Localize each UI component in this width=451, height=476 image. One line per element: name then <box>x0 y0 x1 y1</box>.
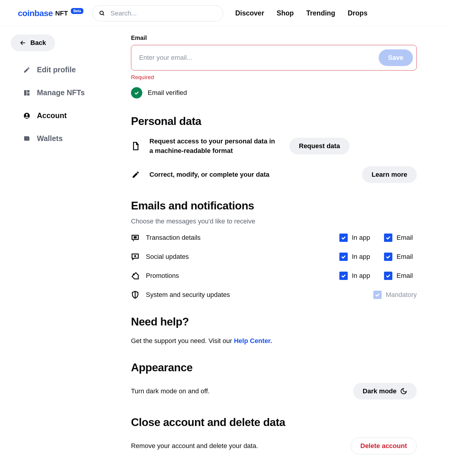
inapp-check-group: In app <box>339 234 384 242</box>
sidebar: Back Edit profile Manage NFTs Account Wa… <box>0 27 131 476</box>
back-label: Back <box>30 39 46 47</box>
inapp-label: In app <box>352 253 370 261</box>
email-error: Required <box>131 74 417 81</box>
svg-rect-11 <box>134 237 136 238</box>
notif-label: Social updates <box>146 253 339 261</box>
sidebar-item-wallets[interactable]: Wallets <box>23 134 131 143</box>
email-check-group: Email <box>384 234 417 242</box>
sidebar-item-account[interactable]: Account <box>23 111 131 120</box>
sidebar-item-label: Edit profile <box>37 65 76 74</box>
inapp-check-group: In app <box>339 272 384 280</box>
close-account-heading: Close account and delete data <box>131 416 417 429</box>
delete-account-button[interactable]: Delete account <box>351 438 417 454</box>
help-text-row: Get the support you need. Visit our Help… <box>131 337 417 345</box>
search-input-wrap[interactable] <box>92 5 223 21</box>
svg-rect-9 <box>24 136 29 137</box>
checkbox-inapp[interactable] <box>339 234 348 242</box>
pencil-icon <box>23 66 30 73</box>
edit-icon <box>131 170 141 179</box>
notif-label: Transaction details <box>146 234 339 242</box>
email-input-box: Save <box>131 45 417 71</box>
notif-label: Promotions <box>146 272 339 280</box>
notifications-heading: Emails and notifications <box>131 200 417 212</box>
email-verified-text: Email verified <box>148 89 187 97</box>
help-text: Get the support you need. Visit our <box>131 337 234 345</box>
mandatory-label: Mandatory <box>386 291 417 299</box>
svg-line-1 <box>103 14 104 15</box>
email-check-group: Email <box>384 272 417 280</box>
svg-rect-8 <box>24 137 29 141</box>
arrow-left-icon <box>20 40 26 46</box>
svg-rect-3 <box>24 90 26 95</box>
grid-icon <box>23 89 30 96</box>
back-button[interactable]: Back <box>11 35 55 51</box>
correct-data-text: Correct, modify, or complete your data <box>149 170 353 179</box>
notif-row-promotions: Promotions In app Email <box>131 272 417 280</box>
svg-rect-5 <box>27 93 29 95</box>
sidebar-item-label: Account <box>37 111 67 120</box>
correct-data-row: Correct, modify, or complete your data L… <box>131 166 417 183</box>
dark-mode-button[interactable]: Dark mode <box>353 383 417 400</box>
sidebar-item-label: Manage NFTs <box>37 88 85 97</box>
sidebar-item-manage-nfts[interactable]: Manage NFTs <box>23 88 131 97</box>
nav: Discover Shop Trending Drops <box>235 9 367 17</box>
inapp-label: In app <box>352 234 370 242</box>
close-account-text: Remove your account and delete your data… <box>131 442 258 450</box>
notif-row-transaction: Transaction details In app Email <box>131 234 417 242</box>
inapp-label: In app <box>352 272 370 280</box>
nav-trending[interactable]: Trending <box>306 9 335 17</box>
document-icon <box>131 142 141 151</box>
checkbox-email[interactable] <box>384 272 392 280</box>
logo-beta-badge: Beta <box>71 8 83 14</box>
appearance-text: Turn dark mode on and off. <box>131 387 210 395</box>
checkbox-inapp[interactable] <box>339 272 348 280</box>
tag-icon <box>131 272 146 280</box>
dark-mode-label: Dark mode <box>363 387 397 395</box>
logo[interactable]: coinbase NFT Beta <box>18 9 83 18</box>
nav-drops[interactable]: Drops <box>348 9 367 17</box>
sidebar-item-edit-profile[interactable]: Edit profile <box>23 65 131 74</box>
check-circle-icon <box>131 87 142 98</box>
save-button[interactable]: Save <box>379 49 413 66</box>
nav-discover[interactable]: Discover <box>235 9 264 17</box>
request-data-text: Request access to your personal data in … <box>149 137 280 156</box>
svg-rect-4 <box>27 90 29 93</box>
request-data-row: Request access to your personal data in … <box>131 137 417 156</box>
wallet-icon <box>23 135 30 142</box>
notif-row-social: Social updates In app Email <box>131 253 417 261</box>
request-data-button[interactable]: Request data <box>289 138 349 154</box>
main-content: Email Save Required Email verified Perso… <box>131 27 435 476</box>
email-verified-row: Email verified <box>131 87 417 98</box>
chat-icon <box>131 253 146 261</box>
nav-shop[interactable]: Shop <box>277 9 294 17</box>
checkbox-email[interactable] <box>384 253 392 261</box>
appearance-row: Turn dark mode on and off. Dark mode <box>131 383 417 400</box>
svg-point-14 <box>133 274 135 275</box>
checkbox-inapp[interactable] <box>339 253 348 261</box>
header: coinbase NFT Beta Discover Shop Trending… <box>0 0 451 27</box>
help-center-link[interactable]: Help Center. <box>234 337 272 345</box>
logo-suffix: NFT <box>55 10 68 17</box>
email-label: Email <box>131 35 417 41</box>
checkbox-email[interactable] <box>384 234 392 242</box>
notif-row-system: System and security updates Mandatory <box>131 291 417 299</box>
account-icon <box>23 112 30 119</box>
email-check-group: Email <box>384 253 417 261</box>
close-account-row: Remove your account and delete your data… <box>131 438 417 454</box>
moon-icon <box>400 388 407 395</box>
email-input[interactable] <box>139 54 379 62</box>
svg-point-7 <box>26 114 28 115</box>
personal-data-heading: Personal data <box>131 115 417 128</box>
search-input[interactable] <box>110 10 216 17</box>
shield-icon <box>131 291 146 299</box>
checkbox-mandatory <box>373 291 382 299</box>
learn-more-button[interactable]: Learn more <box>362 166 417 183</box>
receipt-icon <box>131 234 146 242</box>
email-check-label: Email <box>397 234 413 242</box>
svg-point-0 <box>100 11 104 15</box>
sidebar-item-label: Wallets <box>37 134 63 143</box>
svg-point-13 <box>135 256 136 257</box>
help-heading: Need help? <box>131 316 417 328</box>
mandatory-check-group: Mandatory <box>373 291 417 299</box>
inapp-check-group: In app <box>339 253 384 261</box>
